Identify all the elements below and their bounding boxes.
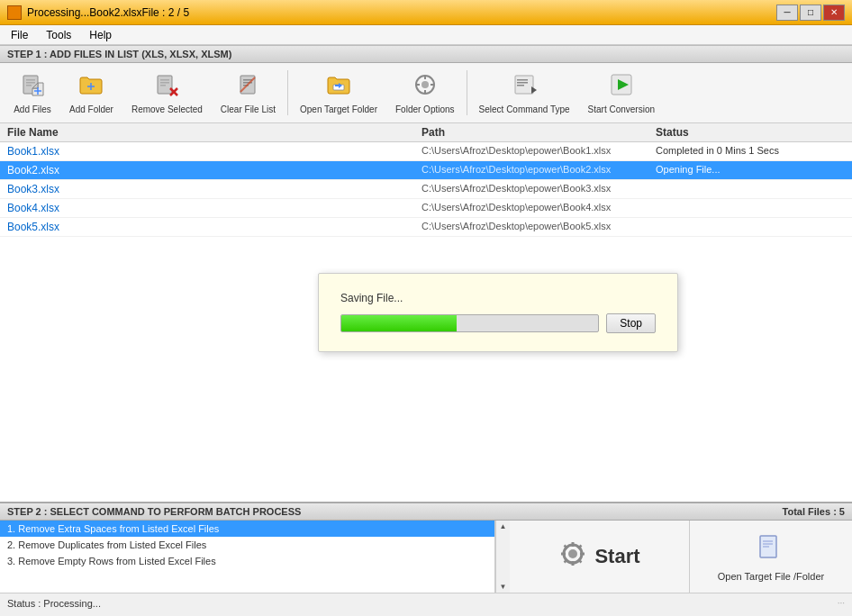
- step2-area: STEP 2 : SELECT COMMAND TO PERFORM BATCH…: [0, 502, 852, 593]
- start-conversion-label: Start Conversion: [588, 104, 655, 114]
- progress-row: Stop: [340, 313, 656, 333]
- menu-help[interactable]: Help: [82, 27, 119, 43]
- file-path-1: C:\Users\Afroz\Desktop\epower\Book1.xlsx: [421, 145, 656, 158]
- add-folder-button[interactable]: Add Folder: [61, 67, 122, 119]
- svg-rect-13: [160, 85, 166, 86]
- add-folder-label: Add Folder: [69, 104, 113, 114]
- svg-rect-1: [26, 79, 35, 81]
- start-gear-icon: [558, 539, 587, 575]
- list-item[interactable]: 3. Remove Empty Rows from Listed Excel F…: [0, 553, 494, 569]
- start-label: Start: [594, 545, 639, 568]
- file-path-3: C:\Users\Afroz\Desktop\epower\Book3.xlsx: [421, 183, 656, 195]
- table-row[interactable]: Book3.xlsx C:\Users\Afroz\Desktop\epower…: [0, 180, 852, 199]
- open-target-file-button[interactable]: Open Target File /Folder: [718, 532, 824, 582]
- menu-bar: File Tools Help: [0, 25, 852, 45]
- command-list: 1. Remove Extra Spaces from Listed Excel…: [0, 521, 494, 593]
- clear-file-list-icon: [235, 72, 260, 101]
- progress-bar-fill: [341, 315, 457, 331]
- scroll-up-arrow[interactable]: ▲: [500, 522, 507, 530]
- svg-marker-33: [531, 86, 537, 94]
- table-row[interactable]: Book1.xlsx C:\Users\Afroz\Desktop\epower…: [0, 142, 852, 161]
- folder-options-label: Folder Options: [395, 104, 455, 114]
- start-button[interactable]: Start: [558, 539, 639, 575]
- scroll-down-arrow[interactable]: ▼: [500, 583, 507, 591]
- open-target-button-area: Open Target File /Folder: [690, 521, 852, 593]
- list-item[interactable]: 1. Remove Extra Spaces from Listed Excel…: [0, 521, 494, 537]
- status-bar: Status : Processing... ···: [0, 593, 852, 612]
- table-row[interactable]: Book4.xlsx C:\Users\Afroz\Desktop\epower…: [0, 199, 852, 218]
- svg-rect-12: [160, 82, 169, 84]
- file-name-2: Book2.xlsx: [7, 164, 421, 177]
- menu-tools[interactable]: Tools: [39, 27, 78, 43]
- step1-header: STEP 1 : ADD FILES IN LIST (XLS, XLSX, X…: [0, 45, 852, 63]
- stop-button[interactable]: Stop: [606, 313, 656, 333]
- remove-selected-button[interactable]: Remove Selected: [123, 67, 211, 119]
- step2-list-container: 1. Remove Extra Spaces from Listed Excel…: [0, 521, 495, 593]
- add-files-button[interactable]: Add Files: [5, 67, 59, 119]
- file-status-5: [656, 221, 845, 233]
- svg-point-24: [421, 81, 429, 88]
- window-title: Processing...Book2.xlsxFile : 2 / 5: [27, 6, 189, 19]
- close-button[interactable]: ✕: [823, 5, 845, 21]
- file-name-1: Book1.xlsx: [7, 145, 421, 158]
- svg-rect-3: [26, 85, 32, 86]
- total-files-label: Total Files : 5: [783, 506, 845, 517]
- clear-file-list-button[interactable]: Clear File List: [213, 67, 284, 119]
- file-list-header: File Name Path Status: [0, 123, 852, 142]
- step2-header-label: STEP 2 : SELECT COMMAND TO PERFORM BATCH…: [7, 506, 301, 517]
- file-name-4: Book4.xlsx: [7, 202, 421, 214]
- menu-file[interactable]: File: [4, 27, 35, 43]
- list-item[interactable]: 2. Remove Duplicates from Listed Excel F…: [0, 537, 494, 553]
- start-conversion-button[interactable]: Start Conversion: [580, 67, 663, 119]
- select-command-type-button[interactable]: Select Command Type: [471, 67, 578, 119]
- svg-rect-32: [517, 85, 524, 86]
- add-folder-icon: [78, 72, 104, 101]
- svg-rect-2: [26, 82, 35, 84]
- add-files-label: Add Files: [14, 104, 51, 114]
- title-bar-buttons: ─ □ ✕: [776, 5, 845, 21]
- app-icon: [7, 5, 22, 20]
- file-name-5: Book5.xlsx: [7, 221, 421, 233]
- folder-options-button[interactable]: Folder Options: [387, 67, 463, 119]
- resize-handle: ···: [838, 598, 845, 608]
- status-text: Status : Processing...: [7, 598, 101, 609]
- title-bar: Processing...Book2.xlsxFile : 2 / 5 ─ □ …: [0, 0, 852, 25]
- step2-list-area: 1. Remove Extra Spaces from Listed Excel…: [0, 521, 510, 593]
- start-conversion-icon: [609, 72, 634, 101]
- folder-options-icon: [412, 72, 438, 101]
- svg-rect-11: [160, 79, 169, 81]
- clear-file-list-label: Clear File List: [221, 104, 276, 114]
- step2-content: 1. Remove Extra Spaces from Listed Excel…: [0, 521, 852, 593]
- column-header-path: Path: [421, 126, 656, 139]
- column-header-status: Status: [656, 126, 845, 139]
- step2-header: STEP 2 : SELECT COMMAND TO PERFORM BATCH…: [0, 503, 852, 521]
- open-target-folder-button[interactable]: Open Target Folder: [292, 67, 385, 119]
- progress-dialog: Saving File... Stop: [318, 273, 678, 352]
- maximize-button[interactable]: □: [800, 5, 821, 21]
- scroll-bar[interactable]: ▲ ▼: [495, 521, 510, 593]
- progress-label: Saving File...: [340, 292, 656, 304]
- open-target-label: Open Target File /Folder: [718, 571, 824, 582]
- svg-rect-30: [517, 79, 528, 81]
- table-row[interactable]: Book2.xlsx C:\Users\Afroz\Desktop\epower…: [0, 161, 852, 180]
- minimize-button[interactable]: ─: [776, 5, 798, 21]
- toolbar-separator-2: [467, 70, 467, 115]
- progress-bar-container: [340, 314, 599, 332]
- svg-point-37: [568, 549, 577, 558]
- file-status-3: [656, 183, 845, 195]
- svg-rect-31: [517, 82, 528, 84]
- toolbar-separator-1: [287, 70, 288, 115]
- file-path-5: C:\Users\Afroz\Desktop\epower\Book5.xlsx: [421, 221, 656, 233]
- file-status-2: Opening File...: [656, 164, 845, 177]
- start-button-area: Start: [510, 521, 690, 593]
- open-target-folder-icon: [326, 72, 351, 101]
- title-bar-left: Processing...Book2.xlsxFile : 2 / 5: [7, 5, 189, 20]
- add-files-icon: [20, 72, 45, 101]
- table-row[interactable]: Book5.xlsx C:\Users\Afroz\Desktop\epower…: [0, 218, 852, 237]
- open-target-folder-label: Open Target Folder: [300, 104, 377, 114]
- file-name-3: Book3.xlsx: [7, 183, 421, 195]
- select-command-type-icon: [512, 72, 537, 101]
- file-status-4: [656, 202, 845, 214]
- main-content-area: File Name Path Status Book1.xlsx C:\User…: [0, 123, 852, 502]
- file-path-4: C:\Users\Afroz\Desktop\epower\Book4.xlsx: [421, 202, 656, 214]
